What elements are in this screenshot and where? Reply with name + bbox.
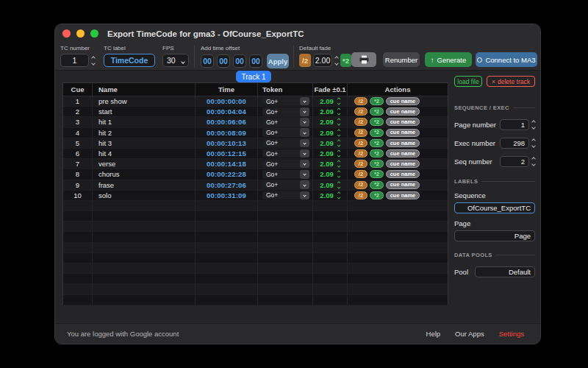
page-name-input[interactable]: Page (454, 230, 535, 241)
exec-number-stepper[interactable] (532, 139, 535, 147)
cue-name-cell[interactable]: frase (93, 180, 196, 191)
time-value[interactable]: 00:00:00:00 (207, 97, 246, 105)
time-value[interactable]: 00:00:12:15 (207, 149, 246, 158)
offset-frames-input[interactable]: 00 (249, 54, 262, 68)
row-cue-name-button[interactable]: cue name (386, 107, 420, 116)
tab-track-1[interactable]: Track 1 (236, 71, 271, 82)
token-select[interactable]: Go+ (262, 107, 309, 116)
fade-stepper[interactable] (337, 160, 340, 167)
token-select[interactable]: Go+ (262, 118, 309, 127)
token-select[interactable]: Go+ (262, 170, 309, 179)
page-number-input[interactable]: 1 (500, 119, 529, 130)
offset-hours-input[interactable]: 00 (201, 54, 214, 68)
row-fade-double-button[interactable]: *2 (370, 160, 384, 168)
cue-name-cell[interactable]: hit 3 (93, 138, 196, 149)
apply-offset-button[interactable]: Apply (267, 54, 289, 68)
cue-name-cell[interactable]: verse (93, 159, 196, 169)
cue-name-cell[interactable]: chorus (93, 169, 196, 180)
cue-name-cell[interactable]: pre show (93, 96, 196, 107)
row-cue-name-button[interactable]: cue name (386, 149, 420, 158)
close-button[interactable] (62, 29, 71, 38)
row-fade-half-button[interactable]: /2 (354, 139, 368, 147)
token-select[interactable]: Go+ (262, 149, 309, 158)
sequence-name-input[interactable]: OfCourse_ExportTC (454, 202, 535, 213)
row-cue-name-button[interactable]: cue name (386, 129, 420, 137)
fps-select[interactable]: 30 (162, 54, 189, 67)
row-fade-double-button[interactable]: *2 (370, 149, 384, 158)
tc-number-input[interactable]: 1 (60, 54, 89, 67)
time-value[interactable]: 00:00:06:06 (207, 118, 246, 126)
zoom-button[interactable] (90, 29, 98, 38)
row-fade-half-button[interactable]: /2 (354, 107, 368, 116)
token-select[interactable]: Go+ (262, 191, 309, 200)
time-value[interactable]: 00:00:14:18 (207, 160, 246, 168)
pool-input[interactable]: Default (475, 266, 535, 277)
fade-half-button[interactable]: /2 (299, 54, 311, 67)
row-fade-double-button[interactable]: *2 (370, 97, 384, 105)
row-fade-double-button[interactable]: *2 (370, 170, 384, 178)
settings-link[interactable]: Settings (499, 330, 524, 338)
cue-name-cell[interactable]: start (93, 107, 196, 117)
cue-name-cell[interactable]: solo (93, 191, 196, 201)
row-cue-name-button[interactable]: cue name (386, 97, 420, 105)
load-file-button[interactable]: load file (454, 76, 482, 87)
row-fade-half-button[interactable]: /2 (354, 97, 368, 105)
offset-minutes-input[interactable]: 00 (217, 54, 230, 68)
time-value[interactable]: 00:00:10:13 (207, 139, 246, 147)
default-fade-input[interactable]: 2.00 (313, 54, 332, 67)
row-fade-half-button[interactable]: /2 (354, 181, 368, 189)
row-fade-half-button[interactable]: /2 (354, 129, 368, 137)
exec-number-input[interactable]: 298 (500, 138, 529, 149)
row-fade-double-button[interactable]: *2 (370, 191, 384, 199)
seq-number-stepper[interactable] (532, 158, 535, 166)
cue-name-cell[interactable]: hit 2 (93, 128, 196, 138)
generate-button[interactable]: ↑ Generate (425, 52, 472, 67)
connect-ma3-button[interactable]: Connect to MA3 (476, 52, 537, 67)
fade-stepper[interactable] (337, 171, 340, 178)
token-select[interactable]: Go+ (262, 128, 309, 137)
help-link[interactable]: Help (426, 330, 441, 338)
token-select[interactable]: Go+ (262, 160, 309, 169)
row-fade-double-button[interactable]: *2 (370, 118, 384, 126)
row-cue-name-button[interactable]: cue name (386, 118, 420, 126)
fade-stepper[interactable] (337, 192, 340, 199)
row-fade-half-button[interactable]: /2 (354, 149, 368, 158)
time-value[interactable]: 00:00:04:04 (207, 107, 246, 116)
row-fade-half-button[interactable]: /2 (354, 160, 368, 168)
time-value[interactable]: 00:00:22:28 (207, 170, 246, 178)
row-cue-name-button[interactable]: cue name (386, 191, 420, 199)
token-select[interactable]: Go+ (262, 139, 309, 148)
fade-stepper[interactable] (337, 98, 340, 105)
fade-stepper[interactable] (337, 108, 340, 115)
row-cue-name-button[interactable]: cue name (386, 181, 420, 189)
token-select[interactable]: Go+ (262, 97, 309, 106)
print-button[interactable] (351, 52, 376, 67)
fade-stepper[interactable] (337, 119, 340, 126)
delete-track-button[interactable]: × delete track (487, 76, 535, 87)
row-fade-half-button[interactable]: /2 (354, 191, 368, 199)
tc-label-input[interactable]: TimeCode (104, 54, 155, 67)
page-number-stepper[interactable] (532, 121, 535, 129)
offset-seconds-input[interactable]: 00 (233, 54, 246, 68)
row-cue-name-button[interactable]: cue name (386, 170, 420, 178)
token-select[interactable]: Go+ (262, 180, 309, 189)
renumber-button[interactable]: Renumber (383, 52, 420, 67)
row-fade-half-button[interactable]: /2 (354, 170, 368, 178)
default-fade-stepper[interactable] (335, 57, 338, 65)
row-cue-name-button[interactable]: cue name (386, 139, 420, 147)
row-fade-double-button[interactable]: *2 (370, 181, 384, 189)
fade-stepper[interactable] (337, 140, 340, 146)
cue-name-cell[interactable]: hit 4 (93, 149, 196, 159)
fade-stepper[interactable] (337, 150, 340, 157)
our-apps-link[interactable]: Our Apps (455, 330, 484, 338)
fade-double-button[interactable]: *2 (340, 54, 351, 67)
time-value[interactable]: 00:00:31:09 (207, 191, 246, 199)
row-fade-double-button[interactable]: *2 (370, 139, 384, 147)
tc-number-stepper[interactable] (92, 57, 95, 65)
fade-stepper[interactable] (337, 182, 340, 188)
row-fade-half-button[interactable]: /2 (354, 118, 368, 126)
seq-number-input[interactable]: 2 (500, 156, 529, 167)
row-fade-double-button[interactable]: *2 (370, 107, 384, 116)
time-value[interactable]: 00:00:08:09 (207, 129, 246, 137)
time-value[interactable]: 00:00:27:06 (207, 181, 246, 189)
